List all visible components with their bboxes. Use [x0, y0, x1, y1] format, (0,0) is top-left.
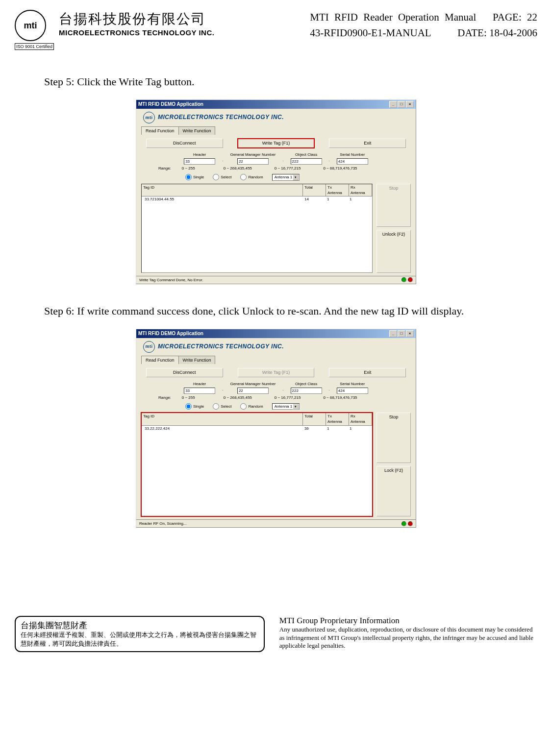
step6-text: Step 6: If write command success done, c…: [44, 304, 508, 319]
cell-total: 14: [303, 196, 326, 202]
oc-input[interactable]: [291, 388, 322, 394]
col-tag-id: Tag ID: [142, 184, 303, 196]
company-name-block: 台揚科技股份有限公司 MICROELECTRONICS TECHNOLOGY I…: [59, 10, 214, 37]
status-red-icon: [408, 277, 413, 282]
radio-select[interactable]: Select: [213, 174, 231, 180]
header-label: Header: [193, 381, 206, 387]
tab-read-function[interactable]: Read Function: [141, 126, 179, 135]
header-label: Header: [193, 152, 206, 157]
col-tag-id: Tag ID: [142, 413, 303, 425]
radio-select[interactable]: Select: [213, 403, 231, 410]
maximize-button[interactable]: □: [398, 101, 405, 108]
header-right: MTI RFID Reader Operation Manual PAGE: 2…: [310, 10, 537, 50]
page-footer: 台揚集團智慧財產 任何未經授權逕予複製、重製、公開或使用本文之行為，將被視為侵害…: [15, 616, 537, 652]
gmn-label: General Manager Number: [230, 152, 276, 157]
sn-label: Serial Number: [340, 381, 365, 387]
write-tag-button: Write Tag (F1): [238, 368, 315, 377]
range-3: 0 ~ 16,777,215: [275, 166, 301, 171]
gmn-input[interactable]: [237, 388, 269, 394]
close-button[interactable]: ×: [406, 330, 414, 337]
sn-input[interactable]: [337, 388, 368, 394]
app-banner-text: MICROELECTRONICS TECHNOLOGY INC.: [158, 113, 284, 122]
list-item[interactable]: 33.22.222.424 36 1 1: [142, 426, 372, 431]
status-green-icon: [401, 521, 406, 526]
oc-field: Object Class: [291, 152, 322, 165]
disconnect-button[interactable]: DisConnect: [146, 139, 223, 148]
unlock-button[interactable]: Unlock (F2): [376, 230, 411, 273]
exit-button[interactable]: Exit: [329, 368, 406, 377]
company-name-cn: 台揚科技股份有限公司: [59, 10, 214, 28]
page-number: PAGE: 22: [493, 11, 537, 23]
close-button[interactable]: ×: [406, 101, 414, 108]
radio-random[interactable]: Random: [240, 174, 263, 180]
footer-left-box: 台揚集團智慧財產 任何未經授權逕予複製、重製、公開或使用本文之行為，將被視為侵害…: [15, 616, 265, 652]
exit-button[interactable]: Exit: [329, 139, 406, 148]
col-total: Total: [303, 184, 326, 196]
header-input[interactable]: [184, 388, 215, 394]
range-row: Range: 0 ~ 255 0 ~ 268,435,455 0 ~ 16,77…: [136, 165, 416, 174]
range-4: 0 ~ 68,719,476,735: [323, 166, 357, 171]
disconnect-button[interactable]: DisConnect: [146, 368, 223, 377]
range-2: 0 ~ 268,435,455: [224, 166, 252, 171]
range-label: Range:: [158, 166, 171, 171]
side-buttons: Stop Lock (F2): [376, 413, 411, 516]
oc-field: Object Class: [291, 381, 322, 394]
footer-right-title: MTI Group Proprietary Information: [279, 616, 537, 626]
oc-label: Object Class: [295, 152, 317, 157]
company-logo: mti: [15, 10, 46, 41]
doc-date: DATE: 18-04-2006: [457, 25, 537, 41]
gmn-input[interactable]: [237, 158, 269, 165]
list-item[interactable]: 33.721004.44.55 14 1 1: [142, 196, 372, 202]
gmn-field: General Manager Number: [230, 152, 276, 165]
app-banner: mti MICROELECTRONICS TECHNOLOGY INC.: [136, 109, 416, 124]
sn-label: Serial Number: [340, 152, 365, 157]
maximize-button[interactable]: □: [398, 330, 405, 337]
footer-left-title: 台揚集團智慧財產: [21, 620, 259, 631]
app-window-2: MTI RFID DEMO Application _ □ × mti MICR…: [136, 329, 416, 528]
separator-dot: .: [329, 157, 330, 165]
radio-single[interactable]: Single: [185, 403, 204, 410]
cell-total: 36: [303, 426, 326, 431]
range-label: Range:: [158, 395, 171, 400]
minimize-button[interactable]: _: [389, 101, 397, 108]
oc-input[interactable]: [291, 158, 322, 165]
tab-write-function[interactable]: Write Function: [178, 126, 216, 135]
cell-tx: 1: [326, 196, 348, 202]
header-input[interactable]: [184, 158, 215, 165]
tag-listview[interactable]: Tag ID Total Tx Antenna Rx Antenna 33.22…: [141, 413, 373, 516]
app-window-1: MTI RFID DEMO Application _ □ × mti MICR…: [136, 99, 416, 284]
radio-random[interactable]: Random: [240, 403, 263, 410]
side-buttons: Stop Unlock (F2): [376, 184, 411, 273]
stop-button[interactable]: Stop: [376, 413, 411, 463]
status-indicators: [401, 521, 413, 526]
minimize-button[interactable]: _: [389, 330, 397, 337]
radio-single[interactable]: Single: [185, 174, 204, 180]
sn-input[interactable]: [337, 158, 368, 165]
status-text: Write Tag Command Done, No Error.: [139, 277, 203, 283]
header-field: Header: [184, 381, 215, 394]
main-area: Tag ID Total Tx Antenna Rx Antenna 33.72…: [136, 184, 416, 276]
field-row: Header . General Manager Number . Object…: [136, 381, 416, 394]
cell-tag-id: 33.22.222.424: [143, 426, 303, 431]
radio-row: Single Select Random Antenna 1: [136, 403, 416, 413]
cell-tag-id: 33.721004.44.55: [143, 196, 303, 202]
app-logo-icon: mti: [143, 112, 155, 123]
page-header: mti ISO 9001 Certified 台揚科技股份有限公司 MICROE…: [15, 10, 537, 50]
tab-read-function[interactable]: Read Function: [141, 356, 179, 365]
antenna-combo[interactable]: Antenna 1: [272, 403, 300, 410]
tag-listview[interactable]: Tag ID Total Tx Antenna Rx Antenna 33.72…: [141, 184, 373, 273]
window-title: MTI RFID DEMO Application: [138, 101, 203, 108]
antenna-combo[interactable]: Antenna 1: [272, 174, 300, 180]
tab-write-function[interactable]: Write Function: [178, 356, 216, 365]
status-indicators: [401, 277, 413, 282]
doc-title: MTI RFID Reader Operation Manual: [310, 11, 476, 23]
lock-button[interactable]: Lock (F2): [376, 466, 411, 516]
radio-row: Single Select Random Antenna 1: [136, 174, 416, 183]
gmn-label: General Manager Number: [230, 381, 276, 387]
statusbar: Reader RF On, Scanning...: [136, 519, 416, 527]
write-tag-button[interactable]: Write Tag (F1): [238, 139, 315, 148]
col-rx: Rx Antenna: [349, 413, 372, 425]
company-name-en: MICROELECTRONICS TECHNOLOGY INC.: [59, 28, 214, 37]
sn-field: Serial Number: [337, 152, 368, 165]
stop-button: Stop: [376, 184, 411, 227]
